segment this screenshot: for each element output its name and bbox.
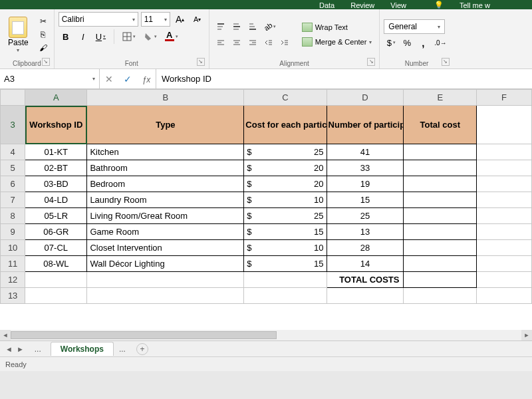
format-painter-button[interactable]: 🖌 [37, 42, 50, 54]
cell-E10[interactable] [404, 240, 477, 256]
col-header-F[interactable]: F [477, 90, 532, 106]
scroll-right-icon[interactable]: ► [521, 330, 532, 340]
cell-D6[interactable]: 19 [327, 176, 404, 192]
row-header-3[interactable]: 3 [1, 106, 25, 144]
font-color-button[interactable]: A [162, 29, 181, 44]
row-header-10[interactable]: 10 [1, 240, 25, 256]
row-header-9[interactable]: 9 [1, 224, 25, 240]
number-format-combo[interactable]: General ▾ [384, 19, 445, 34]
copy-button[interactable]: ⎘ [37, 29, 50, 41]
cell-E3[interactable]: Total cost [404, 106, 477, 144]
row-header-6[interactable]: 6 [1, 176, 25, 192]
enter-button[interactable]: ✓ [118, 74, 137, 84]
cell-F8[interactable] [477, 208, 532, 224]
cell-C11[interactable]: $15 [244, 256, 327, 272]
row-header-7[interactable]: 7 [1, 192, 25, 208]
insert-function-button[interactable]: ƒx [137, 74, 156, 84]
scroll-track[interactable] [11, 330, 521, 340]
cell-F4[interactable] [477, 144, 532, 160]
paste-button[interactable]: Paste ▾ [4, 15, 33, 55]
col-header-C[interactable]: C [244, 90, 327, 106]
cell-A8[interactable]: 05-LR [25, 208, 87, 224]
cell-D12[interactable]: TOTAL COSTS [327, 272, 404, 288]
cell[interactable] [25, 288, 87, 304]
tab-ellipsis-left[interactable]: ... [29, 343, 47, 355]
cell-B6[interactable]: Bedroom [87, 176, 244, 192]
cell-B10[interactable]: Closet Intervention [87, 240, 244, 256]
wrap-text-button[interactable]: Wrap Text [299, 21, 376, 34]
cell-C12[interactable] [244, 272, 327, 288]
tell-me[interactable]: Tell me w [460, 1, 490, 9]
underline-button[interactable]: U [93, 29, 108, 44]
cell-C5[interactable]: $20 [244, 160, 327, 176]
cell-A6[interactable]: 03-BD [25, 176, 87, 192]
cell-A11[interactable]: 08-WL [25, 256, 87, 272]
row-header-4[interactable]: 4 [1, 144, 25, 160]
cell-D5[interactable]: 33 [327, 160, 404, 176]
cell-F9[interactable] [477, 224, 532, 240]
cell-C7[interactable]: $10 [244, 192, 327, 208]
tab-first-icon[interactable]: ◄ [5, 345, 13, 353]
cell-A4[interactable]: 01-KT [25, 144, 87, 160]
orientation-button[interactable]: ab [261, 19, 279, 34]
cell-B8[interactable]: Living Room/Great Room [87, 208, 244, 224]
cell-F10[interactable] [477, 240, 532, 256]
clipboard-dialog-launcher[interactable]: ↘ [42, 58, 50, 66]
select-all-corner[interactable] [1, 90, 25, 106]
cell-E7[interactable] [404, 192, 477, 208]
align-middle-button[interactable] [229, 19, 244, 34]
cell-C3[interactable]: Cost for each participant [244, 106, 327, 144]
grow-font-button[interactable]: A▴ [173, 12, 188, 27]
font-name-combo[interactable]: Calibri ▾ [59, 12, 138, 27]
cell-A3[interactable]: Workshop ID [25, 106, 87, 144]
borders-button[interactable] [120, 29, 138, 44]
cell-E4[interactable] [404, 144, 477, 160]
cell-F5[interactable] [477, 160, 532, 176]
tab-ellipsis-right[interactable]: ... [114, 343, 131, 355]
formula-input[interactable]: Workshop ID [156, 69, 532, 88]
row-header-13[interactable]: 13 [1, 288, 25, 304]
scroll-left-icon[interactable]: ◄ [0, 330, 11, 340]
align-left-button[interactable] [213, 35, 228, 50]
cell-C6[interactable]: $20 [244, 176, 327, 192]
tab-data[interactable]: Data [319, 1, 334, 9]
cell-D9[interactable]: 13 [327, 224, 404, 240]
cell-B9[interactable]: Game Room [87, 224, 244, 240]
col-header-E[interactable]: E [404, 90, 477, 106]
align-top-button[interactable] [213, 19, 228, 34]
cell-D4[interactable]: 41 [327, 144, 404, 160]
col-header-D[interactable]: D [327, 90, 404, 106]
row-header-5[interactable]: 5 [1, 160, 25, 176]
cell-E12[interactable] [404, 272, 477, 288]
cell-B12[interactable] [87, 272, 244, 288]
cell[interactable] [477, 288, 532, 304]
cell-C9[interactable]: $15 [244, 224, 327, 240]
cell-E9[interactable] [404, 224, 477, 240]
comma-format-button[interactable]: , [416, 35, 430, 50]
accounting-format-button[interactable]: $ [384, 35, 398, 50]
cell[interactable] [327, 288, 404, 304]
increase-indent-button[interactable] [277, 35, 292, 50]
tab-review[interactable]: Review [350, 1, 374, 9]
cell-F6[interactable] [477, 176, 532, 192]
tab-view[interactable]: View [390, 1, 406, 9]
align-bottom-button[interactable] [245, 19, 260, 34]
font-dialog-launcher[interactable]: ↘ [197, 58, 205, 66]
horizontal-scrollbar[interactable]: ◄ ► [0, 330, 532, 340]
align-center-button[interactable] [229, 35, 244, 50]
fill-color-button[interactable] [141, 29, 160, 44]
percent-format-button[interactable]: % [400, 35, 414, 50]
increase-decimal-button[interactable]: .0→ [432, 35, 449, 50]
cell-A7[interactable]: 04-LD [25, 192, 87, 208]
cell-F7[interactable] [477, 192, 532, 208]
row-header-8[interactable]: 8 [1, 208, 25, 224]
name-box[interactable]: A3 ▾ [0, 69, 100, 88]
shrink-font-button[interactable]: A▾ [190, 12, 205, 27]
cell-D11[interactable]: 14 [327, 256, 404, 272]
cell-D10[interactable]: 28 [327, 240, 404, 256]
scroll-thumb[interactable] [11, 331, 277, 339]
cell-B5[interactable]: Bathroom [87, 160, 244, 176]
decrease-indent-button[interactable] [261, 35, 276, 50]
cell[interactable] [244, 288, 327, 304]
font-size-combo[interactable]: 11 ▾ [141, 12, 170, 27]
